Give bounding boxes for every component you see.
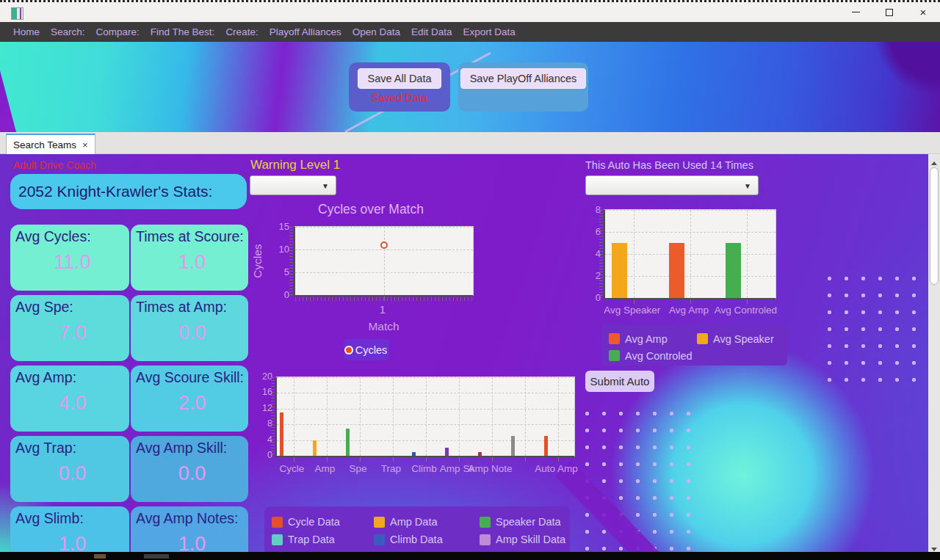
stat-value: 2.0 [136,392,248,415]
stat-tile: Times at Amp: 0.0 [131,295,248,361]
submit-auto-button[interactable]: Submit Auto [585,371,654,392]
gridline [384,227,385,295]
menu-item[interactable]: Find The Best: [151,26,215,37]
app-window: × HomeSearch:Compare:Find The Best:Creat… [0,0,940,560]
scrollbar-thumb[interactable] [930,167,939,285]
stat-label: Avg Scoure Skill: [136,369,248,386]
auto-select-dropdown[interactable]: ▼ [585,175,759,195]
menu-item[interactable]: Edit Data [411,26,452,37]
menu-item[interactable]: Search: [51,26,85,37]
bar-Amp Note [478,452,482,456]
y-tick-label: 12 [253,403,272,413]
x-axis-label: Match [294,320,474,333]
stat-label: Avg Amp Skill: [136,440,248,457]
axis-tick [384,297,385,301]
menu-item[interactable]: Playoff Alliances [270,26,341,37]
gridline [690,210,691,298]
stat-tile: Avg Trap: 0.0 [10,436,129,502]
bar-Avg Controled [726,243,741,298]
legend-swatch-icon [480,534,491,545]
bar-Avg Speaker [612,243,627,298]
save-all-data-button[interactable]: Save All Data [358,68,441,89]
y-tick-label: 20 [253,371,272,382]
auto-usage-text: This Auto Has Been Used 14 Times [585,159,753,171]
legend-swatch-icon [609,333,620,344]
axis-tick [459,457,460,462]
gridline [327,377,328,456]
legend-item: Avg Controled [609,347,697,364]
stat-tile: Avg Amp: 4.0 [10,366,129,432]
x-tick-label: Avg Amp [669,305,709,316]
stat-value: 0.0 [136,321,248,344]
legend-item: Amp Skill Data [480,531,570,548]
save-playoff-alliances-button[interactable]: Save PlayOff Alliances [460,68,587,89]
maximize-button[interactable] [872,2,906,22]
team-stats-title: 2052 Knight-Krawler's Stats: [10,174,247,209]
legend-label: Avg Amp [625,333,668,345]
legend-swatch-icon [480,517,491,528]
x-tick-label: Amp Note [468,463,512,474]
x-tick-label: Avg Speaker [604,305,660,316]
legend-item: Avg Speaker [697,330,787,347]
menu-item[interactable]: Home [13,26,40,37]
stat-label: Avg Spe: [15,299,129,316]
legend-item: Avg Amp [609,330,697,347]
minimize-icon [852,12,860,13]
menu-item[interactable]: Export Data [463,26,516,37]
close-icon: × [920,6,927,18]
axis-tick [327,457,328,462]
tab-search-teams[interactable]: Search Teams × [6,134,95,154]
stat-label: Times at Scoure: [136,228,248,245]
minimize-button[interactable] [839,2,872,22]
y-axis-ticks: 048121620 [253,377,272,457]
warning-level-text: Warning Level 1 [250,158,340,172]
tab-close-icon[interactable]: × [82,139,88,150]
y-tick-label: 0 [582,292,601,303]
gridline [393,377,394,456]
auto-bar-chart: 02468 Avg SpeakerAvg AmpAvg Controled [580,207,789,328]
taskbar-artifact [144,554,169,559]
legend-item: Speaker Data [480,513,570,531]
vertical-scrollbar[interactable] [928,154,940,560]
cycles-series-toggle[interactable]: Cycles [344,339,389,360]
bottom-edge-bar [0,552,940,560]
stats-grid: Avg Cycles: 11.0 Times at Scoure: 1.0 Av… [10,225,248,560]
stat-value: 0.0 [136,462,248,485]
legend-label: Avg Speaker [713,333,774,345]
scatter-chart-title: Cycles over Match [253,202,488,217]
x-tick-label: Spe [349,463,366,474]
saved-status-text: Saved Data [372,92,427,103]
save-all-panel: Save All Data Saved Data [349,62,450,112]
bar-Spe [346,429,350,456]
coach-note-text: Adult Drive Coach [13,159,96,171]
menu-item[interactable]: Open Data [352,26,400,37]
taskbar-artifact [94,554,106,559]
legend-swatch-icon [374,517,385,528]
axis-tick [747,299,748,304]
y-tick-label: 8 [253,418,272,429]
x-tick-label: Trap [381,463,401,474]
bar-Climb [412,452,416,456]
stat-value: 1.0 [136,251,248,274]
legend-label: Avg Controled [625,350,693,362]
gridline [492,377,493,456]
axis-tick [393,457,394,462]
warning-level-dropdown[interactable]: ▼ [250,175,336,195]
stats-bar-chart: 048121620 CycleAmpSpeTrapClimbAmp SkAmp … [253,374,576,484]
menu-item[interactable]: Create: [225,26,258,37]
y-axis-label: Cycles [251,226,264,297]
legend-swatch-icon [697,333,708,344]
legend-swatch-icon [609,350,620,361]
menu-item[interactable]: Compare: [96,26,140,37]
y-tick-label: 4 [582,248,601,259]
axis-tick [426,457,427,462]
x-tick-label: Avg Controled [715,305,777,316]
series-dot-icon [346,347,352,353]
scroll-up-icon[interactable] [931,159,937,165]
stat-value: 11.0 [15,251,129,274]
close-button[interactable]: × [906,2,940,22]
tab-label: Search Teams [13,139,76,150]
decor-dot-grid [821,270,930,388]
chevron-down-icon: ▼ [744,182,751,190]
auto-chart-legend: Avg Amp Avg Speaker Avg Controled [602,324,787,366]
